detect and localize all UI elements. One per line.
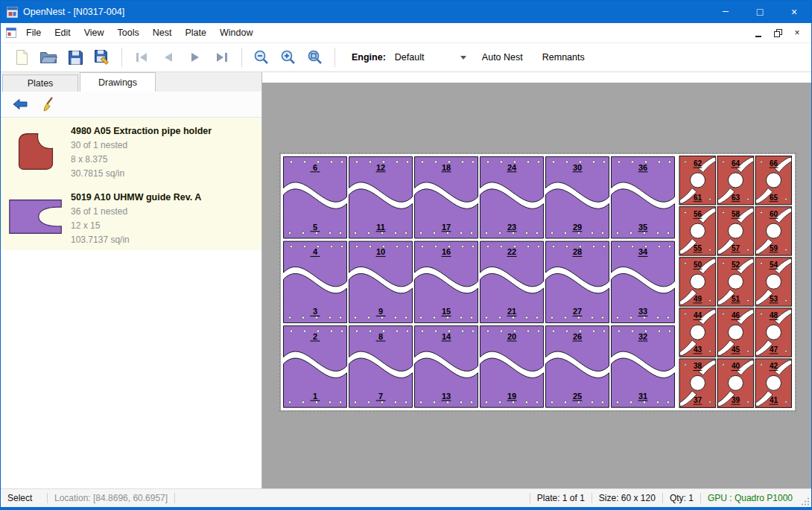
zoom-out-icon	[253, 49, 270, 66]
nested-part-pair[interactable]: 46 45	[717, 308, 754, 357]
svg-text:55: 55	[694, 244, 702, 252]
nested-part-pair[interactable]: 34 33	[612, 241, 675, 323]
new-button[interactable]	[9, 45, 34, 69]
drawing-title: 5019 A10 UHMW guide Rev. A	[71, 190, 261, 205]
svg-text:31: 31	[638, 392, 647, 401]
nested-part-pair[interactable]: 44 43	[679, 308, 716, 357]
menu-file[interactable]: File	[19, 25, 48, 41]
menu-tools[interactable]: Tools	[111, 25, 146, 41]
nested-part-pair[interactable]: 26 25	[546, 326, 609, 408]
nav-next-button[interactable]	[183, 45, 208, 69]
nested-part-pair[interactable]: 22 21	[480, 241, 544, 323]
svg-text:40: 40	[732, 362, 740, 370]
svg-text:2: 2	[313, 332, 317, 341]
remnants-button[interactable]: Remnants	[536, 48, 591, 66]
nested-part-pair[interactable]: 28 27	[546, 241, 609, 323]
nested-part-pair[interactable]: 48 47	[755, 308, 792, 357]
svg-text:45: 45	[732, 345, 740, 354]
drawing-list: 4980 A05 Extraction pipe holder 30 of 1 …	[1, 118, 261, 488]
drawing-title: 4980 A05 Extraction pipe holder	[71, 124, 261, 138]
nested-part-pair[interactable]: 60 59	[755, 207, 792, 256]
svg-text:19: 19	[507, 392, 516, 401]
nav-first-button[interactable]	[129, 45, 154, 69]
svg-text:5: 5	[313, 223, 317, 232]
svg-text:18: 18	[442, 163, 451, 172]
nested-part-pair[interactable]: 18 17	[415, 157, 478, 239]
main-toolbar: Engine: Default Auto Nest Remnants	[1, 43, 811, 72]
menu-view[interactable]: View	[77, 25, 111, 41]
nested-part-pair[interactable]: 12 11	[349, 157, 413, 239]
nested-part-pair[interactable]: 32 31	[612, 326, 675, 408]
nested-part-pair[interactable]: 20 19	[480, 326, 544, 408]
nested-part-pair[interactable]: 2 1	[284, 326, 347, 408]
mdi-minimize-button[interactable]	[750, 26, 767, 39]
drawing-size: 12 x 15	[71, 219, 261, 233]
nested-part-pair[interactable]: 24 23	[480, 157, 544, 239]
svg-text:29: 29	[573, 223, 582, 232]
svg-text:7: 7	[378, 392, 383, 401]
nested-part-pair[interactable]: 50 49	[679, 258, 716, 307]
nested-part-pair[interactable]: 16 15	[415, 241, 478, 323]
chevron-down-icon	[460, 56, 466, 60]
drawing-size: 8 x 8.375	[71, 153, 261, 167]
drawing-item-2[interactable]: 5019 A10 UHMW guide Rev. A 36 of 1 neste…	[1, 184, 261, 250]
nested-part-pair[interactable]: 10 9	[349, 241, 413, 323]
clear-drawings-button[interactable]	[39, 94, 60, 115]
engine-select[interactable]: Default	[392, 48, 469, 66]
auto-nest-button[interactable]: Auto Nest	[475, 48, 530, 66]
svg-text:51: 51	[732, 295, 740, 303]
svg-text:52: 52	[732, 261, 740, 269]
svg-text:24: 24	[507, 163, 517, 172]
menu-window[interactable]: Window	[213, 25, 259, 41]
nested-part-pair[interactable]: 42 41	[755, 359, 792, 408]
svg-text:28: 28	[573, 247, 582, 256]
nested-part-pair[interactable]: 6 5	[284, 157, 347, 239]
nested-part-pair[interactable]: 64 63	[717, 156, 754, 205]
nested-part-pair[interactable]: 52 51	[717, 258, 754, 307]
save-icon	[68, 50, 83, 66]
menu-plate[interactable]: Plate	[178, 25, 213, 41]
nested-part-pair[interactable]: 62 61	[679, 156, 716, 205]
nested-part-pair[interactable]: 38 37	[679, 359, 716, 408]
zoom-in-button[interactable]	[276, 45, 301, 69]
toolbar-separator	[334, 48, 335, 67]
nested-part-pair[interactable]: 30 29	[546, 157, 609, 239]
zoom-fit-button[interactable]	[302, 45, 328, 69]
mdi-close-button[interactable]: ×	[789, 26, 805, 39]
nested-part-pair[interactable]: 66 65	[755, 156, 792, 205]
menu-nest[interactable]: Nest	[146, 25, 179, 41]
svg-text:46: 46	[732, 311, 740, 319]
nested-part-pair[interactable]: 14 13	[415, 326, 478, 408]
mdi-restore-button[interactable]	[770, 26, 786, 39]
import-drawing-button[interactable]	[10, 94, 31, 115]
menu-edit[interactable]: Edit	[48, 25, 77, 41]
open-button[interactable]	[36, 45, 61, 69]
nav-prev-button[interactable]	[156, 45, 181, 69]
nested-part-pair[interactable]: 8 7	[349, 326, 413, 408]
engine-selected-value: Default	[395, 52, 425, 63]
close-button[interactable]: ×	[777, 1, 811, 23]
svg-text:65: 65	[770, 194, 778, 202]
svg-text:56: 56	[694, 210, 702, 218]
nested-part-pair[interactable]: 56 55	[679, 207, 716, 256]
minimize-button[interactable]: –	[708, 1, 743, 23]
nested-part-pair[interactable]: 54 53	[755, 258, 792, 307]
drawing-item-1[interactable]: 4980 A05 Extraction pipe holder 30 of 1 …	[1, 118, 261, 184]
main-area: Plates Drawings	[1, 72, 811, 488]
nested-part-pair[interactable]: 58 57	[717, 207, 754, 256]
nested-part-pair[interactable]: 4 3	[284, 241, 347, 323]
svg-text:10: 10	[376, 247, 385, 256]
nested-part-pair[interactable]: 36 35	[612, 157, 675, 239]
maximize-button[interactable]: □	[743, 1, 777, 23]
resize-grip[interactable]	[799, 489, 811, 507]
prev-arrow-icon	[161, 51, 176, 64]
save-as-button[interactable]	[89, 45, 115, 69]
nav-last-button[interactable]	[209, 45, 235, 69]
tab-drawings[interactable]: Drawings	[80, 72, 156, 92]
save-button[interactable]	[63, 45, 88, 69]
save-as-icon	[94, 49, 111, 66]
nest-plate[interactable]: 6 5 12 11 18 17 24 23 30 29	[281, 154, 795, 410]
tab-plates[interactable]: Plates	[2, 74, 78, 92]
zoom-out-button[interactable]	[249, 45, 274, 69]
nested-part-pair[interactable]: 40 39	[717, 359, 754, 408]
